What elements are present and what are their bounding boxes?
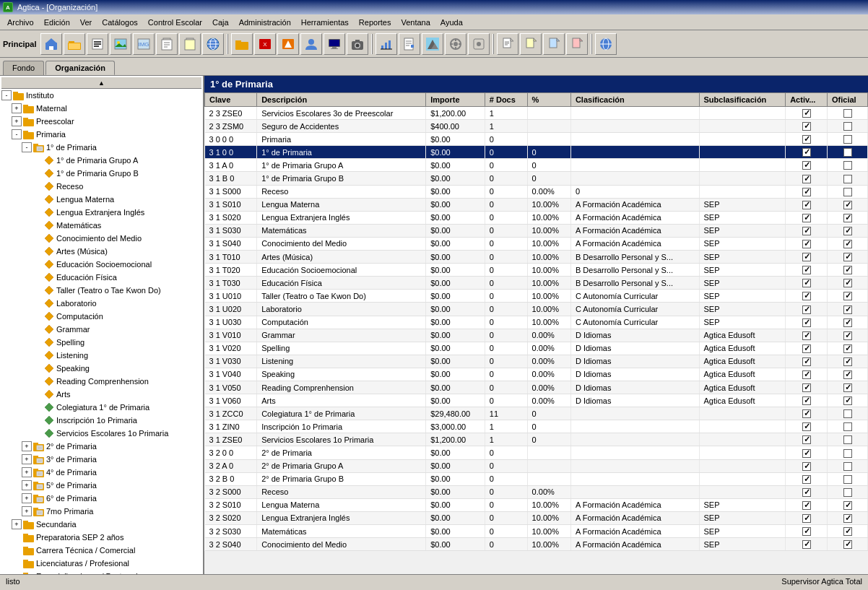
cell-activ[interactable] xyxy=(786,303,828,316)
cell-oficial[interactable] xyxy=(828,459,868,472)
activ-checkbox[interactable] xyxy=(802,449,811,458)
oficial-checkbox[interactable] xyxy=(843,161,852,170)
cell-activ[interactable] xyxy=(786,381,828,394)
tree-item-spelling[interactable]: Spelling xyxy=(1,336,201,349)
toolbar-doc2-btn[interactable] xyxy=(520,33,542,55)
table-row[interactable]: 3 2 B 0 2° de Primaria Grupo B $0.00 0 xyxy=(205,472,868,485)
toolbar-clipboard-btn[interactable] xyxy=(156,33,178,55)
cell-activ[interactable] xyxy=(786,459,828,472)
oficial-checkbox[interactable] xyxy=(843,318,852,327)
table-row[interactable]: 3 1 S010 Lengua Materna $0.00 0 10.00% A… xyxy=(205,198,868,211)
tree-scroll-up[interactable]: ▲ xyxy=(1,77,201,89)
table-row[interactable]: 3 1 U030 Computación $0.00 0 10.00% C Au… xyxy=(205,316,868,329)
oficial-checkbox[interactable] xyxy=(843,135,852,144)
cell-oficial[interactable] xyxy=(828,538,868,551)
oficial-checkbox[interactable] xyxy=(843,370,852,379)
cell-oficial[interactable] xyxy=(828,329,868,342)
tree-item-preescolar[interactable]: + Preescolar xyxy=(1,115,201,128)
cell-activ[interactable] xyxy=(786,368,828,381)
toolbar-red-btn[interactable]: X xyxy=(254,33,276,55)
toolbar-chart-btn[interactable] xyxy=(376,33,397,55)
tree-item-1pGrupoA[interactable]: 1° de Primaria Grupo A xyxy=(1,154,201,167)
oficial-checkbox[interactable] xyxy=(843,357,852,366)
cell-oficial[interactable] xyxy=(828,394,868,407)
tree-item-carrera[interactable]: Carrera Técnica / Comercial xyxy=(1,544,201,557)
tree-item-5primaria[interactable]: + 5° de Primaria xyxy=(1,479,201,492)
oficial-checkbox[interactable] xyxy=(843,305,852,314)
col-descripcion[interactable]: Descripción xyxy=(257,93,426,107)
oficial-checkbox[interactable] xyxy=(843,214,852,222)
table-row[interactable]: 3 1 T020 Educación Socioemocional $0.00 … xyxy=(205,264,868,277)
tree-expander-secundaria[interactable]: + xyxy=(12,519,22,529)
table-row[interactable]: 3 1 S030 Matemáticas $0.00 0 10.00% A Fo… xyxy=(205,224,868,237)
cell-oficial[interactable] xyxy=(828,159,868,172)
tree-item-7primaria[interactable]: + 7mo Primaria xyxy=(1,505,201,518)
oficial-checkbox[interactable] xyxy=(843,383,852,392)
table-row[interactable]: 3 1 U010 Taller (Teatro o Tae Kwon Do) $… xyxy=(205,290,868,303)
toolbar-doc4-btn[interactable] xyxy=(566,33,588,55)
toolbar-tools-btn[interactable] xyxy=(445,33,466,55)
oficial-checkbox[interactable] xyxy=(843,109,852,118)
oficial-checkbox[interactable] xyxy=(843,292,852,300)
table-row[interactable]: 3 1 B 0 1° de Primaria Grupo B $0.00 0 0 xyxy=(205,172,868,185)
activ-checkbox[interactable] xyxy=(802,188,811,196)
tree-item-arts[interactable]: Arts xyxy=(1,388,201,401)
cell-activ[interactable] xyxy=(786,251,828,264)
tree-expander-2primaria[interactable]: + xyxy=(22,441,32,451)
tree-item-listening[interactable]: Listening xyxy=(1,349,201,362)
tree-item-especializaciones[interactable]: Especializaciones / Postgrados xyxy=(1,570,201,574)
cell-oficial[interactable] xyxy=(828,146,868,159)
oficial-checkbox[interactable] xyxy=(843,201,852,209)
cell-activ[interactable] xyxy=(786,185,828,198)
cell-activ[interactable] xyxy=(786,511,828,524)
cell-oficial[interactable] xyxy=(828,472,868,485)
table-row[interactable]: 3 1 A 0 1° de Primaria Grupo A $0.00 0 0 xyxy=(205,159,868,172)
cell-oficial[interactable] xyxy=(828,368,868,381)
tree-expander-7primaria[interactable]: + xyxy=(22,506,32,516)
cell-activ[interactable] xyxy=(786,264,828,277)
cell-oficial[interactable] xyxy=(828,264,868,277)
table-row[interactable]: 3 1 V020 Spelling $0.00 0 0.00% D Idioma… xyxy=(205,342,868,355)
col-pct[interactable]: % xyxy=(527,93,570,107)
cell-activ[interactable] xyxy=(786,290,828,303)
tree-item-lenguaExtranjera[interactable]: Lengua Extranjera Inglés xyxy=(1,206,201,219)
cell-oficial[interactable] xyxy=(828,211,868,224)
tree-item-matematicas[interactable]: Matemáticas xyxy=(1,219,201,232)
col-activ[interactable]: Activ... xyxy=(786,93,828,107)
toolbar-user-btn[interactable] xyxy=(300,33,322,55)
table-row[interactable]: 3 2 A 0 2° de Primaria Grupo A $0.00 0 xyxy=(205,459,868,472)
table-row[interactable]: 3 1 S040 Conocimiento del Medio $0.00 0 … xyxy=(205,237,868,250)
activ-checkbox[interactable] xyxy=(802,318,811,327)
activ-checkbox[interactable] xyxy=(802,462,811,471)
cell-activ[interactable] xyxy=(786,107,828,120)
activ-checkbox[interactable] xyxy=(802,279,811,287)
oficial-checkbox[interactable] xyxy=(843,122,852,131)
activ-checkbox[interactable] xyxy=(802,161,811,170)
cell-activ[interactable] xyxy=(786,120,828,133)
table-row[interactable]: 3 1 T030 Educación Física $0.00 0 10.00%… xyxy=(205,277,868,290)
cell-activ[interactable] xyxy=(786,407,828,420)
table-row[interactable]: 3 2 S010 Lengua Materna $0.00 0 10.00% A… xyxy=(205,498,868,511)
oficial-checkbox[interactable] xyxy=(843,331,852,340)
activ-checkbox[interactable] xyxy=(802,409,811,418)
menu-herramientas[interactable]: Herramientas xyxy=(297,17,353,27)
menu-edicion[interactable]: Edición xyxy=(40,17,74,27)
activ-checkbox[interactable] xyxy=(802,240,811,248)
cell-activ[interactable] xyxy=(786,133,828,146)
table-row[interactable]: 3 2 S030 Matemáticas $0.00 0 10.00% A Fo… xyxy=(205,525,868,538)
tree-item-instituto[interactable]: - Instituto xyxy=(1,89,201,102)
tree-item-primaria[interactable]: - Primaria xyxy=(1,128,201,141)
oficial-checkbox[interactable] xyxy=(843,175,852,183)
tree-item-grammar[interactable]: Grammar xyxy=(1,323,201,336)
table-row[interactable]: 3 1 T010 Artes (Música) $0.00 0 10.00% B… xyxy=(205,251,868,264)
oficial-checkbox[interactable] xyxy=(843,279,852,287)
table-row[interactable]: 3 1 ZIN0 Inscripción 1o Primaria $3,000.… xyxy=(205,420,868,433)
cell-activ[interactable] xyxy=(786,394,828,407)
tree-item-preparatoria[interactable]: Preparatoria SEP 2 años xyxy=(1,531,201,544)
toolbar-doc-btn[interactable] xyxy=(497,33,518,55)
activ-checkbox[interactable] xyxy=(802,201,811,209)
cell-activ[interactable] xyxy=(786,146,828,159)
cell-activ[interactable] xyxy=(786,159,828,172)
oficial-checkbox[interactable] xyxy=(843,540,852,549)
activ-checkbox[interactable] xyxy=(802,396,811,405)
